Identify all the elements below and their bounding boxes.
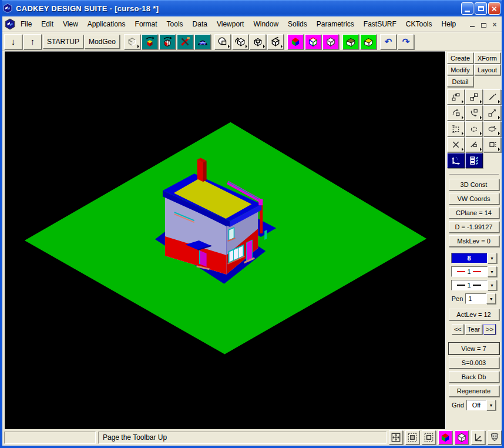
- xform-join-button[interactable]: [447, 121, 465, 136]
- viewport-cube-button[interactable]: [124, 34, 140, 49]
- view-button[interactable]: View = 7: [449, 343, 499, 355]
- mode-button-grid: Create XForm Modify Layout Detail: [447, 52, 500, 87]
- modify-button[interactable]: Modify: [447, 64, 473, 75]
- masklevel-button[interactable]: MskLev = 0: [449, 235, 499, 247]
- line-width-combo[interactable]: 1 ▼: [451, 280, 497, 290]
- menu-help[interactable]: Help: [437, 18, 461, 31]
- modgeo-button[interactable]: ModGeo: [85, 35, 120, 49]
- grid-value[interactable]: Off: [466, 400, 486, 410]
- line-width-value[interactable]: 1: [451, 280, 488, 290]
- cplane-button[interactable]: CPlane = 14: [449, 207, 499, 219]
- back-db-button[interactable]: Back Db: [449, 371, 499, 383]
- view-options-button[interactable]: [250, 34, 266, 49]
- tools-button[interactable]: [177, 34, 193, 49]
- xform-translate-button[interactable]: [447, 89, 465, 105]
- grid-dropdown-button[interactable]: ▼: [486, 400, 496, 410]
- status-bar: Page the Toolbar Up: [2, 429, 502, 446]
- line-type-dropdown-button[interactable]: ▼: [488, 266, 497, 277]
- page-toolbar-nav-button[interactable]: [447, 153, 465, 168]
- xform-stretch-button[interactable]: [483, 105, 501, 121]
- menu-format[interactable]: Format: [130, 18, 162, 31]
- menu-view[interactable]: View: [58, 18, 83, 31]
- solid-model-button[interactable]: [342, 34, 359, 49]
- xform-ellipse-button[interactable]: [483, 121, 501, 136]
- render-mask-button[interactable]: [488, 430, 502, 444]
- pen-value[interactable]: 1: [465, 293, 486, 304]
- mdi-minimize-button[interactable]: [467, 19, 478, 29]
- xform-break-button[interactable]: [447, 137, 465, 152]
- xform-verify-button[interactable]: [483, 137, 501, 152]
- page-next-button[interactable]: >>: [483, 324, 496, 335]
- axes-button[interactable]: [471, 430, 485, 444]
- layout-button[interactable]: Layout: [474, 64, 500, 75]
- redo-button[interactable]: ↷: [398, 34, 414, 49]
- xform-rotate-button[interactable]: [447, 105, 465, 121]
- pen-dropdown-button[interactable]: ▼: [486, 293, 496, 304]
- mdi-close-button[interactable]: ×: [489, 19, 500, 29]
- viewport[interactable]: [5, 51, 445, 429]
- menu-cktools[interactable]: CKTools: [401, 18, 437, 31]
- menu-parametrics[interactable]: Parametrics: [312, 18, 359, 31]
- clip-view-button[interactable]: [267, 34, 284, 49]
- vw-coords-button[interactable]: VW Coords: [449, 193, 499, 205]
- surface-model-button[interactable]: [360, 34, 377, 49]
- active-level-button[interactable]: ActLev = 12: [449, 309, 499, 320]
- depth-button[interactable]: D = -1.99127: [449, 221, 499, 233]
- render-hidden-line-button[interactable]: [305, 34, 321, 49]
- 3d-const-button[interactable]: 3D Const: [449, 179, 499, 190]
- autoscale-button[interactable]: [389, 430, 403, 444]
- menu-viewport[interactable]: Viewport: [212, 18, 248, 31]
- menu-fastsurf[interactable]: FastSURF: [359, 18, 401, 31]
- xform-curve-button[interactable]: [465, 121, 483, 136]
- undo-button[interactable]: ↶: [380, 34, 397, 49]
- minimize-button[interactable]: [461, 2, 473, 15]
- menu-file[interactable]: File: [16, 18, 36, 31]
- active-level-dropdown-button[interactable]: ▼: [488, 253, 497, 263]
- status-options-button[interactable]: [465, 153, 483, 168]
- mdi-restore-button[interactable]: [478, 19, 489, 29]
- menu-tools[interactable]: Tools: [162, 18, 188, 31]
- page-toolbar-up-button[interactable]: ↑: [23, 34, 42, 49]
- wireframe-view-button[interactable]: [455, 430, 469, 444]
- xform-sketch-button[interactable]: [483, 89, 501, 105]
- dynamic-rotate-solid-button[interactable]: [142, 34, 158, 49]
- tear-button[interactable]: Tear: [465, 324, 482, 335]
- menu-window[interactable]: Window: [248, 18, 283, 31]
- xform-button[interactable]: XForm: [474, 52, 500, 63]
- menu-data[interactable]: Data: [188, 18, 212, 31]
- menu-bar: File Edit View Applications Format Tools…: [2, 16, 502, 32]
- regenerate-button[interactable]: Regenerate: [449, 385, 499, 397]
- cad-model-canvas[interactable]: [5, 52, 445, 429]
- page-prev-button[interactable]: <<: [452, 324, 464, 335]
- shaded-view-button[interactable]: [438, 430, 452, 444]
- startup-button[interactable]: STARTUP: [43, 35, 83, 49]
- grid-combo[interactable]: Grid Off ▼: [452, 400, 496, 410]
- maximize-button[interactable]: [475, 2, 487, 15]
- zoom-window-button[interactable]: [405, 430, 419, 444]
- line-width-dropdown-button[interactable]: ▼: [488, 280, 497, 290]
- page-toolbar-down-button[interactable]: ↓: [4, 34, 22, 49]
- line-type-combo[interactable]: 1 ▼: [451, 266, 497, 277]
- active-level-value[interactable]: 8: [451, 253, 488, 263]
- xform-trim-button[interactable]: [465, 137, 483, 152]
- menu-applications[interactable]: Applications: [83, 18, 130, 31]
- document-logo-icon[interactable]: [4, 18, 16, 30]
- scale-button[interactable]: S=0.003: [449, 357, 499, 369]
- line-type-value[interactable]: 1: [451, 266, 488, 277]
- close-button[interactable]: ×: [488, 2, 500, 15]
- zoom-select-button[interactable]: [422, 430, 436, 444]
- render-shaded-button[interactable]: [287, 34, 304, 49]
- menu-edit[interactable]: Edit: [36, 18, 58, 31]
- rotate-view-button[interactable]: [232, 34, 248, 49]
- active-level-combo[interactable]: 8 ▼: [451, 253, 497, 263]
- create-button[interactable]: Create: [447, 52, 473, 63]
- detail-button[interactable]: Detail: [447, 76, 473, 87]
- dynamic-rotate-sphere-button[interactable]: [159, 34, 176, 49]
- menu-solids[interactable]: Solids: [283, 18, 312, 31]
- pan-zoom-button[interactable]: [214, 34, 231, 49]
- surface-button[interactable]: [194, 34, 211, 49]
- render-wireframe-button[interactable]: [322, 34, 339, 49]
- xform-rotate-copy-button[interactable]: [465, 105, 483, 121]
- xform-copy-button[interactable]: [465, 89, 483, 105]
- pen-combo[interactable]: Pen 1 ▼: [452, 293, 496, 304]
